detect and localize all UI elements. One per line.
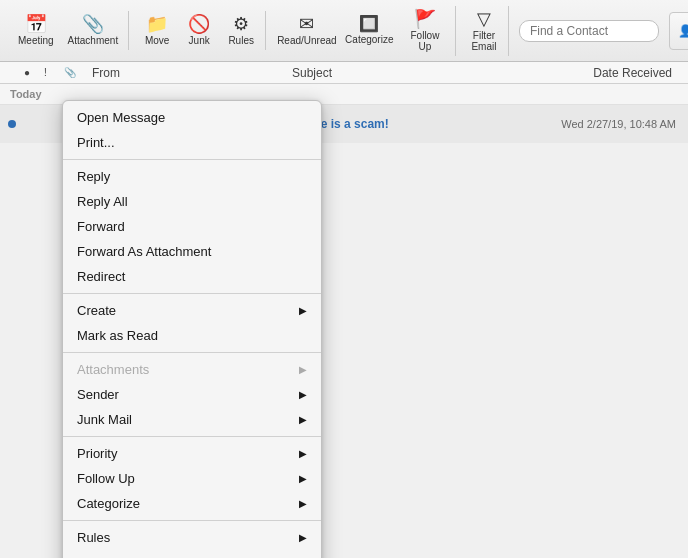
rules-context-label: Rules (77, 530, 110, 545)
address-book-icon: 👤 (678, 24, 688, 38)
sender-arrow-icon: ▶ (299, 389, 307, 400)
read-unread-label: Read/Unread (277, 35, 336, 46)
create-label: Create (77, 303, 116, 318)
forward-label: Forward (77, 219, 125, 234)
follow-up-label: Follow Up (405, 30, 445, 52)
create-arrow-icon: ▶ (299, 305, 307, 316)
filter-label: Filter Email (470, 30, 498, 52)
move-icon: 📁 (146, 15, 168, 33)
attachment-icon: 📎 (82, 15, 104, 33)
move-label: Move (145, 35, 169, 46)
address-book-button[interactable]: 👤 Address Book (669, 12, 688, 50)
column-header: ● ! 📎 From Subject Date Received (0, 62, 688, 84)
filter-group: ▽ Filter Email (460, 6, 509, 56)
meeting-label: Meeting (18, 35, 54, 46)
context-menu: Open Message Print... Reply Reply All Fo… (62, 100, 322, 558)
attachment-button[interactable]: 📎 Attachment (62, 11, 125, 50)
reply-all-label: Reply All (77, 194, 128, 209)
filter-email-button[interactable]: ▽ Filter Email (464, 6, 504, 56)
toolbar: 📅 Meeting 📎 Attachment 📁 Move 🚫 Junk ⚙ R… (0, 0, 688, 62)
print-item[interactable]: Print... (63, 130, 321, 155)
categorize-button[interactable]: 🔲 Categorize (342, 12, 397, 49)
separator-2 (63, 293, 321, 294)
junk-mail-arrow-icon: ▶ (299, 414, 307, 425)
attachments-label: Attachments (77, 362, 149, 377)
open-message-item[interactable]: Open Message (63, 105, 321, 130)
unread-indicator (8, 120, 16, 128)
redirect-item[interactable]: Redirect (63, 264, 321, 289)
attachments-item: Attachments ▶ (63, 357, 321, 382)
mark-as-read-label: Mark as Read (77, 328, 158, 343)
rules-label: Rules (228, 35, 254, 46)
follow-up-arrow-icon: ▶ (299, 473, 307, 484)
email-date: Wed 2/27/19, 10:48 AM (520, 118, 680, 130)
separator-4 (63, 436, 321, 437)
filter-icon: ▽ (477, 10, 491, 28)
rules-context-item[interactable]: Rules ▶ (63, 525, 321, 550)
forward-as-attachment-item[interactable]: Forward As Attachment (63, 239, 321, 264)
separator-5 (63, 520, 321, 521)
priority-arrow-icon: ▶ (299, 448, 307, 459)
print-label: Print... (77, 135, 115, 150)
junk-button[interactable]: 🚫 Junk (179, 11, 219, 50)
move-button[interactable]: 📁 Move (137, 11, 177, 50)
follow-up-icon: 🚩 (414, 10, 436, 28)
search-input[interactable] (519, 20, 659, 42)
sender-label: Sender (77, 387, 119, 402)
reply-label: Reply (77, 169, 110, 184)
separator-3 (63, 352, 321, 353)
reply-item[interactable]: Reply (63, 164, 321, 189)
date-column-header[interactable]: Date Received (524, 66, 684, 80)
reply-all-item[interactable]: Reply All (63, 189, 321, 214)
separator-1 (63, 159, 321, 160)
meeting-button[interactable]: 📅 Meeting (12, 11, 60, 50)
junk-mail-item[interactable]: Junk Mail ▶ (63, 407, 321, 432)
read-unread-icon: ✉ (299, 15, 314, 33)
follow-up-button[interactable]: 🚩 Follow Up (399, 6, 451, 56)
categorize-arrow-icon: ▶ (299, 498, 307, 509)
create-item[interactable]: Create ▶ (63, 298, 321, 323)
priority-item[interactable]: Priority ▶ (63, 441, 321, 466)
categorize-label: Categorize (345, 34, 393, 45)
sender-item[interactable]: Sender ▶ (63, 382, 321, 407)
move-context-item[interactable]: Move ▶ (63, 550, 321, 558)
from-column-header[interactable]: From (84, 66, 284, 80)
junk-label: Junk (189, 35, 210, 46)
attachments-arrow-icon: ▶ (299, 364, 307, 375)
subject-column-header[interactable]: Subject (284, 66, 524, 80)
categorize-group: ✉ Read/Unread 🔲 Categorize 🚩 Follow Up (270, 6, 456, 56)
open-message-label: Open Message (77, 110, 165, 125)
categorize-icon: 🔲 (359, 16, 379, 32)
priority-label: Priority (77, 446, 117, 461)
rules-arrow-icon: ▶ (299, 532, 307, 543)
rules-button[interactable]: ⚙ Rules (221, 11, 261, 50)
categorize-context-label: Categorize (77, 496, 140, 511)
actions-group: 📁 Move 🚫 Junk ⚙ Rules (133, 11, 266, 50)
follow-up-context-item[interactable]: Follow Up ▶ (63, 466, 321, 491)
junk-icon: 🚫 (188, 15, 210, 33)
mark-as-read-item[interactable]: Mark as Read (63, 323, 321, 348)
redirect-label: Redirect (77, 269, 125, 284)
categorize-context-item[interactable]: Categorize ▶ (63, 491, 321, 516)
follow-up-context-label: Follow Up (77, 471, 135, 486)
junk-mail-label: Junk Mail (77, 412, 132, 427)
attachment-label: Attachment (68, 35, 119, 46)
meeting-icon: 📅 (25, 15, 47, 33)
forward-item[interactable]: Forward (63, 214, 321, 239)
forward-as-attachment-label: Forward As Attachment (77, 244, 211, 259)
new-item-group: 📅 Meeting 📎 Attachment (8, 11, 129, 50)
read-unread-button[interactable]: ✉ Read/Unread (274, 11, 339, 50)
rules-icon: ⚙ (233, 15, 249, 33)
